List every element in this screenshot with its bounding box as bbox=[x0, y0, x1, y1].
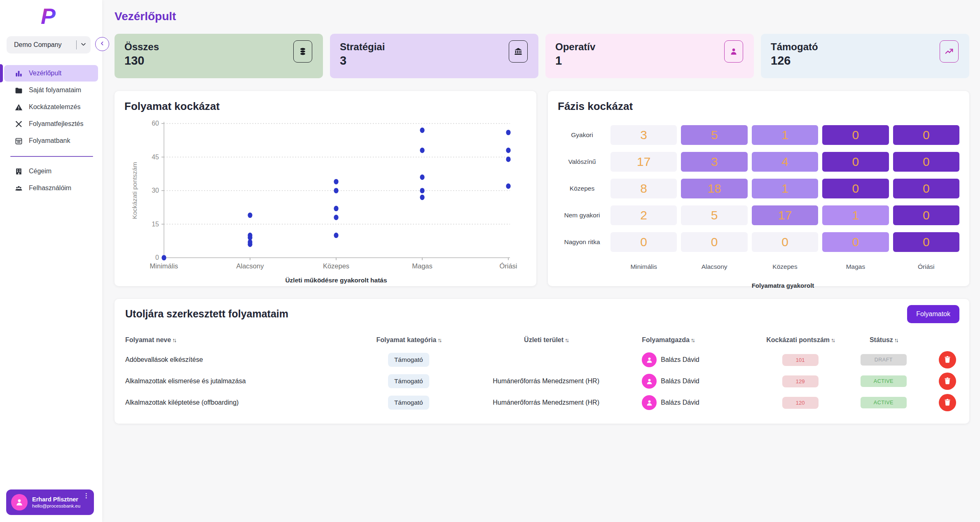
stat-card-t-mogat: Támogató126 bbox=[761, 34, 969, 78]
scatter-svg: 015304560MinimálisAlacsonyKözepesMagasÓr… bbox=[124, 115, 521, 285]
x-tick-label: Óriási bbox=[499, 262, 517, 270]
y-tick-label: 0 bbox=[155, 254, 159, 261]
sidebar-item-kock-zatelemz-s[interactable]: Kockázatelemzés bbox=[4, 99, 98, 115]
page-title: Vezérlőpult bbox=[115, 10, 969, 23]
y-tick-label: 15 bbox=[152, 221, 159, 228]
trash-icon bbox=[943, 355, 952, 365]
risk-score-chip: 129 bbox=[782, 375, 819, 387]
heatmap-cell: 0 bbox=[822, 125, 889, 145]
column-header-folyamat-kateg-ria[interactable]: Folyamat kategória↑↓ bbox=[367, 336, 450, 344]
stat-card-operat-v: Operatív1 bbox=[545, 34, 754, 78]
sidebar-menu: VezérlőpultSaját folyamataimKockázatelem… bbox=[0, 65, 102, 149]
category-chip: Támogató bbox=[388, 396, 429, 410]
sort-icon: ↑↓ bbox=[437, 337, 441, 343]
stat-card-sszes: Összes130 bbox=[115, 34, 323, 78]
x-axis-title: Üzleti működésre gyakorolt hatás bbox=[285, 277, 387, 284]
heatmap-row-label: Nagyon ritka bbox=[558, 238, 606, 246]
stat-card-label: Stratégiai bbox=[340, 41, 529, 53]
sidebar-secondary-menu: CégeimFelhasználóim bbox=[0, 163, 102, 196]
archive-icon bbox=[15, 137, 23, 145]
table-title: Utoljára szerkesztett folyamataim bbox=[125, 308, 959, 320]
column-header-folyamat-neve[interactable]: Folyamat neve↑↓ bbox=[125, 336, 367, 344]
column-header-kock-zati-pontsz-m[interactable]: Kockázati pontszám↑↓ bbox=[750, 336, 850, 344]
heatmap-row-label: Nem gyakori bbox=[558, 212, 606, 219]
heatmap-cell: 18 bbox=[681, 179, 747, 198]
heatmap-column-label: Magas bbox=[822, 259, 889, 270]
scatter-point bbox=[420, 148, 424, 153]
tools-icon bbox=[15, 120, 23, 128]
heatmap-chart-title: Fázis kockázat bbox=[558, 100, 959, 113]
sidebar-item-label: Kockázatelemzés bbox=[29, 103, 80, 111]
user-card[interactable]: Erhard Pfisztner hello@processbank.eu ⋮ bbox=[6, 489, 94, 515]
company-selector[interactable]: Demo Company bbox=[7, 36, 91, 54]
database-icon bbox=[293, 40, 312, 63]
sidebar-item-label: Saját folyamataim bbox=[29, 86, 81, 94]
svg-text:P: P bbox=[41, 4, 56, 28]
avatar bbox=[11, 494, 28, 510]
heatmap-row-label: Közepes bbox=[558, 185, 606, 192]
heatmap-cell: 4 bbox=[752, 152, 818, 172]
column-header-st-tusz[interactable]: Státusz↑↓ bbox=[850, 336, 917, 344]
scatter-point bbox=[334, 188, 338, 193]
heatmap-cell: 1 bbox=[822, 205, 889, 225]
heatmap-cell: 1 bbox=[752, 179, 818, 198]
heatmap-cell: 0 bbox=[752, 232, 818, 252]
delete-button[interactable] bbox=[939, 351, 956, 368]
scatter-point bbox=[420, 128, 424, 133]
heatmap-cell: 17 bbox=[752, 205, 818, 225]
heatmap-cell: 1 bbox=[752, 125, 818, 145]
business-area: Humánerőforrás Menedzsment (HR) bbox=[450, 378, 642, 385]
stat-card-value: 1 bbox=[555, 54, 744, 68]
heatmap-chart-card: Fázis kockázat Gyakori35100Valószínű1734… bbox=[548, 91, 969, 286]
sidebar-item-c-geim[interactable]: Cégeim bbox=[4, 163, 98, 179]
sort-icon: ↑↓ bbox=[831, 337, 834, 343]
sidebar-item-vez-rl-pult[interactable]: Vezérlőpult bbox=[4, 65, 98, 82]
y-tick-label: 60 bbox=[152, 120, 159, 127]
folder-icon bbox=[15, 86, 23, 94]
sidebar-item-felhaszn-l-im[interactable]: Felhasználóim bbox=[4, 180, 98, 196]
owner-name: Balázs Dávid bbox=[661, 399, 699, 406]
scatter-point bbox=[420, 175, 424, 180]
main-content: Vezérlőpult Összes130Stratégiai3Operatív… bbox=[102, 0, 980, 522]
sidebar-item-saj-t-folyamataim[interactable]: Saját folyamataim bbox=[4, 82, 98, 98]
kebab-menu-icon[interactable]: ⋮ bbox=[83, 492, 89, 499]
user-email: hello@processbank.eu bbox=[32, 503, 80, 508]
users-icon bbox=[15, 184, 23, 192]
scatter-point bbox=[420, 188, 424, 193]
processes-button[interactable]: Folyamatok bbox=[907, 305, 959, 323]
risk-score-chip: 101 bbox=[782, 354, 819, 366]
scatter-plot: 015304560MinimálisAlacsonyKözepesMagasÓr… bbox=[124, 113, 526, 287]
heatmap-cell: 0 bbox=[893, 125, 959, 145]
x-tick-label: Alacsony bbox=[236, 262, 264, 270]
column-header-folyamatgazda[interactable]: Folyamatgazda↑↓ bbox=[642, 336, 750, 344]
table-body: Adóbevallások elkészítéseTámogatóBalázs … bbox=[125, 351, 959, 411]
column-header-zleti-ter-let[interactable]: Üzleti terület↑↓ bbox=[450, 336, 642, 344]
table-row[interactable]: Alkalmazottak kiléptetése (offboarding)T… bbox=[125, 394, 959, 411]
stat-card-value: 130 bbox=[124, 54, 313, 68]
scatter-point bbox=[248, 212, 252, 218]
trash-icon bbox=[943, 377, 952, 386]
heatmap-column-label: Közepes bbox=[752, 259, 818, 270]
recent-processes-card: Utoljára szerkesztett folyamataim Folyam… bbox=[115, 299, 969, 424]
heatmap-cell: 0 bbox=[893, 179, 959, 198]
y-tick-label: 30 bbox=[152, 187, 159, 194]
heatmap-cell: 2 bbox=[610, 205, 677, 225]
user-name: Erhard Pfisztner bbox=[32, 496, 80, 503]
business-area: Humánerőforrás Menedzsment (HR) bbox=[450, 399, 642, 406]
chevron-left-icon bbox=[99, 40, 105, 48]
sidebar-item-folyamatfejleszt-s[interactable]: Folyamatfejlesztés bbox=[4, 116, 98, 132]
heatmap-cell: 0 bbox=[822, 179, 889, 198]
heatmap-cell: 5 bbox=[681, 125, 747, 145]
heatmap-grid: Gyakori35100Valószínű173400Közepes818100… bbox=[558, 125, 959, 270]
delete-button[interactable] bbox=[939, 394, 956, 411]
sidebar-item-folyamatbank[interactable]: Folyamatbank bbox=[4, 133, 98, 149]
owner-name: Balázs Dávid bbox=[661, 378, 699, 385]
warning-icon bbox=[15, 103, 23, 111]
heatmap-cell: 8 bbox=[610, 179, 677, 198]
delete-button[interactable] bbox=[939, 373, 956, 390]
person-icon bbox=[724, 40, 743, 63]
table-row[interactable]: Alkalmazottak elismerése és jutalmazásaT… bbox=[125, 373, 959, 390]
avatar bbox=[642, 352, 657, 367]
table-row[interactable]: Adóbevallások elkészítéseTámogatóBalázs … bbox=[125, 351, 959, 368]
sidebar-collapse-button[interactable] bbox=[95, 37, 109, 51]
